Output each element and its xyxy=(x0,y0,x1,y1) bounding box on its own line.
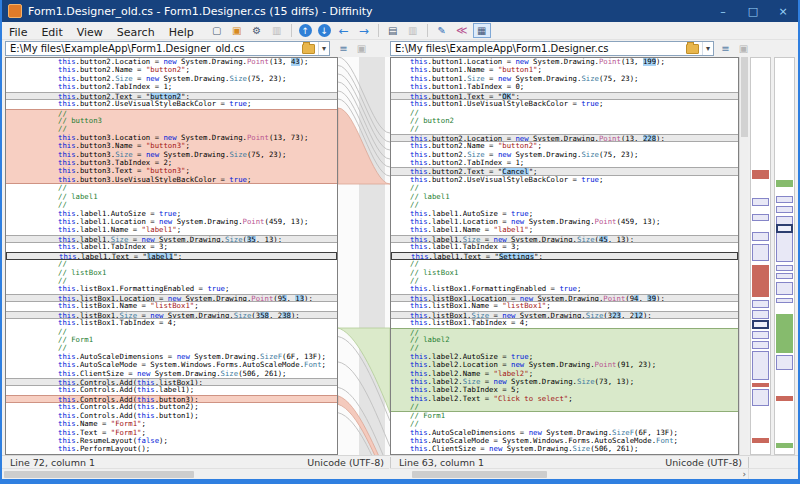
chevron-down-icon[interactable]: ▾ xyxy=(702,42,713,55)
diffmap-block-green[interactable] xyxy=(776,314,793,353)
left-file-diff-map[interactable] xyxy=(750,57,771,455)
code-line[interactable]: this.listBox1.Size = new System.Drawing.… xyxy=(391,311,738,319)
close-button[interactable]: × xyxy=(768,0,798,22)
code-line[interactable]: this.ResumeLayout(false); xyxy=(6,437,337,445)
code-line[interactable]: this.Text = "Form1"; xyxy=(6,429,337,437)
code-line[interactable]: // xyxy=(391,328,738,336)
code-line[interactable]: // button3 xyxy=(6,117,337,125)
code-line[interactable]: // xyxy=(391,201,738,209)
left-horizontal-scrollbar[interactable] xyxy=(2,468,389,479)
code-line[interactable]: this.Controls.Add(this.button1); xyxy=(6,412,337,420)
diffmap-block-cur[interactable] xyxy=(776,224,793,233)
code-line[interactable]: this.button2.Size = new System.Drawing.S… xyxy=(6,75,337,83)
diffmap-block-chg[interactable] xyxy=(752,389,769,406)
code-line[interactable]: this.button3.Location = new System.Drawi… xyxy=(6,134,337,142)
diffmap-block-chg[interactable] xyxy=(776,196,793,203)
code-line[interactable]: // xyxy=(391,277,738,285)
code-line[interactable]: this.listBox1.Location = new System.Draw… xyxy=(6,294,337,302)
code-line[interactable]: // listBox1 xyxy=(6,269,337,277)
code-line[interactable]: this.button1.Text = "OK"; xyxy=(391,92,738,100)
code-line[interactable]: this.AutoScaleMode = System.Windows.Form… xyxy=(6,361,337,369)
code-line[interactable]: // xyxy=(6,277,337,285)
diffmap-block-chg[interactable] xyxy=(776,273,793,279)
ignore-options-icon[interactable]: ▦ xyxy=(473,23,491,38)
merge-icon[interactable]: ≪ xyxy=(453,23,471,38)
menu-search[interactable]: Search xyxy=(110,26,162,39)
new-file-icon[interactable]: ▢ xyxy=(208,23,226,38)
diffmap-block-red[interactable] xyxy=(752,383,769,387)
code-line[interactable]: this.listBox1.FormattingEnabled = true; xyxy=(391,285,738,293)
code-line[interactable]: // label2 xyxy=(391,336,738,344)
copy-icon[interactable]: ▥ xyxy=(268,23,286,38)
edit-pencil-icon[interactable]: ✎ xyxy=(433,23,451,38)
browse-folder-icon[interactable] xyxy=(302,44,315,54)
code-line[interactable]: this.label1.Text = "Settings"; xyxy=(391,252,738,260)
open-file-icon[interactable]: ▣ xyxy=(228,23,246,38)
right-code-pane[interactable]: this.button1.Location = new System.Drawi… xyxy=(390,57,739,455)
code-line[interactable]: this.button2.Location = new System.Drawi… xyxy=(6,58,337,66)
diffmap-block-red[interactable] xyxy=(752,170,769,179)
code-line[interactable]: this.label2.Size = new System.Drawing.Si… xyxy=(391,378,738,386)
diffmap-block-red[interactable] xyxy=(752,265,769,297)
prev-diff-icon[interactable]: ↑ xyxy=(299,24,312,37)
diffmap-block-cur[interactable] xyxy=(752,320,769,329)
menu-view[interactable]: View xyxy=(70,26,110,39)
code-line[interactable]: this.button3.UseVisualStyleBackColor = t… xyxy=(6,176,337,184)
report-icon[interactable]: ▤ xyxy=(384,23,402,38)
diffmap-block-chg[interactable] xyxy=(752,300,769,308)
code-line[interactable]: this.listBox1.Name = "listBox1"; xyxy=(391,302,738,310)
diffmap-block-chg[interactable] xyxy=(752,232,769,241)
diffmap-block-green[interactable] xyxy=(776,443,793,448)
right-file-path[interactable]: E:\My files\ExampleApp\Form1.Designer.cs xyxy=(391,43,686,54)
code-line[interactable]: this.label2.Text = "Click to select"; xyxy=(391,395,738,403)
code-line[interactable]: this.Controls.Add(this.button3); xyxy=(6,395,337,403)
diffmap-block-chg[interactable] xyxy=(752,331,769,339)
code-line[interactable]: this.label1.AutoSize = true; xyxy=(6,210,337,218)
code-line[interactable]: // xyxy=(391,109,738,117)
diffmap-block-red[interactable] xyxy=(752,438,769,443)
menu-edit[interactable]: Edit xyxy=(34,26,69,39)
code-line[interactable]: this.button2.Name = "button2"; xyxy=(391,142,738,150)
left-file-path-combo[interactable]: E:\My files\ExampleApp\Form1.Designer_ol… xyxy=(5,41,330,56)
code-line[interactable]: this.button2.UseVisualStyleBackColor = t… xyxy=(391,176,738,184)
diffmap-block-chg[interactable] xyxy=(776,355,793,370)
code-line[interactable]: // listBox1 xyxy=(391,269,738,277)
code-line[interactable]: this.label2.AutoSize = true; xyxy=(391,353,738,361)
code-line[interactable]: this.button2.TabIndex = 1; xyxy=(6,83,337,91)
code-line[interactable]: // Form1 xyxy=(391,412,738,420)
code-line[interactable]: this.label1.Size = new System.Drawing.Si… xyxy=(6,235,337,243)
browse-folder-icon[interactable] xyxy=(686,44,699,54)
code-line[interactable]: this.label2.Location = new System.Drawin… xyxy=(391,361,738,369)
code-line[interactable]: // button2 xyxy=(391,117,738,125)
code-line[interactable]: this.listBox1.TabIndex = 4; xyxy=(391,319,738,327)
menu-help[interactable]: Help xyxy=(162,26,201,39)
code-line[interactable]: // xyxy=(391,125,738,133)
swap-files-icon[interactable]: ▥ xyxy=(404,23,422,38)
diffmap-block-chg[interactable] xyxy=(752,310,769,319)
diffmap-block-green[interactable] xyxy=(776,180,793,187)
vertical-scrollbar[interactable] xyxy=(739,57,748,455)
code-line[interactable]: this.label1.Size = new System.Drawing.Si… xyxy=(391,235,738,243)
code-line[interactable]: this.button2.Name = "button2"; xyxy=(6,66,337,74)
hscroll-right-arrow-icon[interactable]: › xyxy=(742,469,746,479)
right-horizontal-scrollbar[interactable]: › xyxy=(390,468,748,479)
code-line[interactable]: // xyxy=(6,344,337,352)
code-line[interactable]: // xyxy=(391,403,738,411)
code-line[interactable]: this.button1.Location = new System.Drawi… xyxy=(391,58,738,66)
code-line[interactable]: // xyxy=(391,260,738,268)
diffmap-block-chg[interactable] xyxy=(776,216,793,262)
code-line[interactable]: this.label1.Name = "label1"; xyxy=(6,226,337,234)
code-line[interactable]: this.label1.TabIndex = 3; xyxy=(391,243,738,251)
title-bar[interactable]: Form1.Designer_old.cs - Form1.Designer.c… xyxy=(2,0,798,22)
diffmap-block-chg[interactable] xyxy=(752,244,769,261)
code-line[interactable]: this.label2.TabIndex = 5; xyxy=(391,386,738,394)
code-line[interactable]: this.ClientSize = new System.Drawing.Siz… xyxy=(6,370,337,378)
code-line[interactable]: // xyxy=(6,201,337,209)
code-line[interactable]: this.PerformLayout(); xyxy=(6,445,337,453)
code-line[interactable]: this.label1.Text = "label1"; xyxy=(6,252,337,260)
code-line[interactable]: // xyxy=(6,125,337,133)
diffmap-block-chg[interactable] xyxy=(752,351,769,380)
code-line[interactable]: // xyxy=(391,420,738,428)
left-recent-list-icon[interactable]: ≡ xyxy=(336,42,351,55)
right-file-path-combo[interactable]: E:\My files\ExampleApp\Form1.Designer.cs… xyxy=(390,41,714,56)
